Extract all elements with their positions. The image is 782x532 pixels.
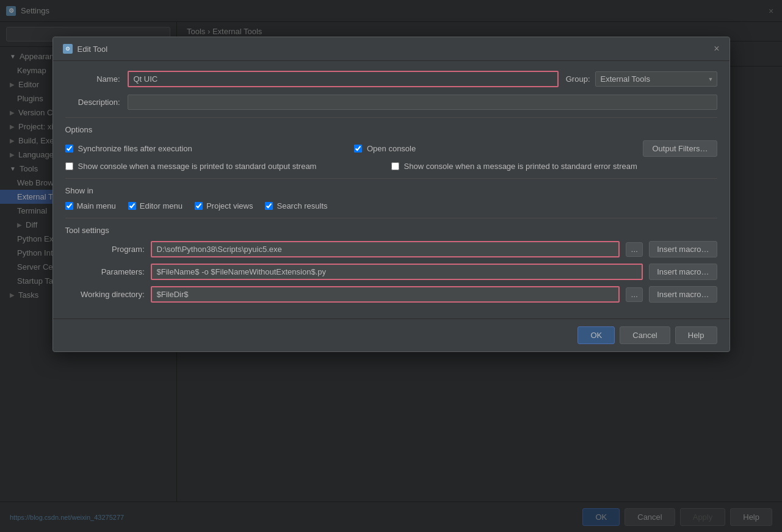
project-views-checkbox[interactable] [195,202,203,210]
tool-settings-section: Tool settings Program: … Insert macro… P… [65,226,717,303]
output-filters-button[interactable]: Output Filters… [643,140,717,157]
modal-footer: OK Cancel Help [53,318,730,351]
show-in-title: Show in [65,186,717,195]
sync-files-label: Synchronize files after execution [78,144,192,153]
parameters-input[interactable] [151,264,643,280]
tool-settings-title: Tool settings [65,226,717,235]
options-row-2: Show console when a message is printed t… [65,162,717,171]
editor-menu-label: Editor menu [140,201,183,210]
group-label: Group: [566,74,590,84]
modal-cancel-button[interactable]: Cancel [620,326,670,344]
program-row: Program: … Insert macro… [65,241,717,257]
options-row-1: Synchronize files after execution Open c… [65,140,717,157]
name-input[interactable] [128,71,559,87]
sync-files-wrapper: Synchronize files after execution [65,144,354,153]
parameters-row: Parameters: Insert macro… [65,264,717,280]
program-browse-button[interactable]: … [626,242,643,257]
divider-3 [65,218,717,218]
group-wrapper: Group: External Tools [566,71,717,87]
main-menu-checkbox[interactable] [65,202,73,210]
edit-tool-modal: ⚙ Edit Tool × Name: Group: External Tool… [52,37,730,352]
program-input[interactable] [151,241,620,257]
divider-1 [65,117,717,118]
group-select-wrapper: External Tools [595,71,717,87]
working-dir-input[interactable] [151,286,620,303]
search-results-label: Search results [277,201,327,210]
open-console-label: Open console [367,144,416,153]
project-views-label: Project views [206,201,253,210]
description-input[interactable] [128,95,717,110]
description-row: Description: [65,95,717,110]
program-label: Program: [65,245,145,254]
show-console-stderr-label: Show console when a message is printed t… [404,162,637,171]
modal-overlay: ⚙ Edit Tool × Name: Group: External Tool… [0,0,782,532]
search-results-checkbox[interactable] [265,202,273,210]
modal-title: Edit Tool [78,45,714,54]
name-label: Name: [65,74,120,84]
modal-title-bar: ⚙ Edit Tool × [53,37,730,61]
main-menu-label: Main menu [77,201,116,210]
show-console-stderr-wrapper: Show console when a message is printed t… [391,162,717,171]
program-insert-macro-button[interactable]: Insert macro… [649,241,717,257]
parameters-label: Parameters: [65,267,145,276]
show-in-section: Show in Main menu Editor menu Project [65,186,717,210]
show-console-stdout-label: Show console when a message is printed t… [78,162,317,171]
settings-window: ⚙ Settings × ▼ Appearance & Behavior Key… [0,0,782,532]
open-console-checkbox[interactable] [354,145,362,153]
divider-2 [65,178,717,179]
working-dir-insert-macro-button[interactable]: Insert macro… [649,286,717,303]
show-console-stdout-wrapper: Show console when a message is printed t… [65,162,391,171]
parameters-insert-macro-button[interactable]: Insert macro… [649,264,717,280]
modal-ok-button[interactable]: OK [577,326,615,344]
project-views-wrapper: Project views [195,201,253,210]
editor-menu-wrapper: Editor menu [128,201,183,210]
sync-files-checkbox[interactable] [65,145,73,153]
modal-body: Name: Group: External Tools Description: [53,61,730,318]
open-console-wrapper: Open console [354,144,643,153]
show-console-stdout-checkbox[interactable] [65,162,73,170]
show-in-row: Main menu Editor menu Project views [65,201,717,210]
working-dir-label: Working directory: [65,290,145,299]
options-title: Options [65,125,717,134]
show-console-stderr-checkbox[interactable] [391,162,399,170]
editor-menu-checkbox[interactable] [128,202,136,210]
group-select[interactable]: External Tools [595,71,717,87]
main-menu-wrapper: Main menu [65,201,116,210]
description-label: Description: [65,98,120,107]
name-row: Name: Group: External Tools [65,71,717,87]
search-results-wrapper: Search results [265,201,327,210]
modal-help-button[interactable]: Help [675,326,717,344]
modal-close-button[interactable]: × [714,43,719,54]
modal-icon: ⚙ [63,44,73,54]
working-dir-row: Working directory: … Insert macro… [65,286,717,303]
working-dir-browse-button[interactable]: … [626,287,643,302]
